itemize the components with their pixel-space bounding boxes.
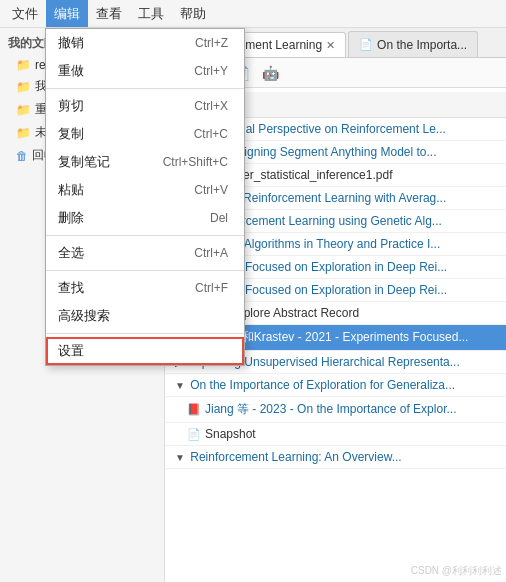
edit-dropdown-menu: 撤销 Ctrl+Z 重做 Ctrl+Y 剪切 Ctrl+X 复制 Ctrl+C … bbox=[45, 28, 245, 366]
paste-shortcut: Ctrl+V bbox=[194, 183, 228, 197]
find-label: 查找 bbox=[58, 279, 84, 297]
separator bbox=[46, 88, 244, 89]
dropdown-item-undo[interactable]: 撤销 Ctrl+Z bbox=[46, 29, 244, 57]
dropdown-item-copy[interactable]: 复制 Ctrl+C bbox=[46, 120, 244, 148]
dropdown-item-cut[interactable]: 剪切 Ctrl+X bbox=[46, 92, 244, 120]
tool-ai-btn[interactable]: 🤖 bbox=[258, 63, 283, 83]
delete-label: 删除 bbox=[58, 209, 84, 227]
settings-label: 设置 bbox=[58, 342, 84, 360]
menu-file[interactable]: 文件 bbox=[4, 0, 46, 27]
dropdown-item-delete[interactable]: 删除 Del bbox=[46, 204, 244, 232]
redo-label: 重做 bbox=[58, 62, 84, 80]
cut-label: 剪切 bbox=[58, 97, 84, 115]
undo-shortcut: Ctrl+Z bbox=[195, 36, 228, 50]
dropdown-item-advanced-search[interactable]: 高级搜索 bbox=[46, 302, 244, 330]
select-all-label: 全选 bbox=[58, 244, 84, 262]
expand-arrow-icon: ▼ bbox=[175, 380, 185, 391]
pdf-icon: 📕 bbox=[187, 403, 201, 416]
menu-edit[interactable]: 编辑 bbox=[46, 0, 88, 27]
menu-tools[interactable]: 工具 bbox=[130, 0, 172, 27]
list-item[interactable]: 📕 Jiang 等 - 2023 - On the Importance of … bbox=[165, 397, 506, 423]
paste-label: 粘贴 bbox=[58, 181, 84, 199]
tab-close-icon[interactable]: ✕ bbox=[326, 39, 335, 52]
menu-view[interactable]: 查看 bbox=[88, 0, 130, 27]
folder-icon: 📁 bbox=[16, 103, 31, 117]
dropdown-item-copy-note[interactable]: 复制笔记 Ctrl+Shift+C bbox=[46, 148, 244, 176]
folder-icon: 📁 bbox=[16, 80, 31, 94]
list-item[interactable]: ▼ Reinforcement Learning: An Overview... bbox=[165, 446, 506, 469]
delete-shortcut: Del bbox=[210, 211, 228, 225]
list-item[interactable]: 📄 Snapshot bbox=[165, 423, 506, 446]
separator bbox=[46, 270, 244, 271]
dropdown-item-select-all[interactable]: 全选 Ctrl+A bbox=[46, 239, 244, 267]
dropdown-item-find[interactable]: 查找 Ctrl+F bbox=[46, 274, 244, 302]
dropdown-item-paste[interactable]: 粘贴 Ctrl+V bbox=[46, 176, 244, 204]
dropdown-item-redo[interactable]: 重做 Ctrl+Y bbox=[46, 57, 244, 85]
menu-help[interactable]: 帮助 bbox=[172, 0, 214, 27]
dropdown-item-settings[interactable]: 设置 bbox=[46, 337, 244, 365]
separator bbox=[46, 333, 244, 334]
tab-on-importance[interactable]: 📄 On the Importa... bbox=[348, 31, 478, 57]
list-item[interactable]: ▼ On the Importance of Exploration for G… bbox=[165, 374, 506, 397]
tab-oi-icon: 📄 bbox=[359, 38, 373, 51]
menu-bar: 文件 编辑 查看 工具 帮助 bbox=[0, 0, 506, 28]
copy-shortcut: Ctrl+C bbox=[194, 127, 228, 141]
find-shortcut: Ctrl+F bbox=[195, 281, 228, 295]
advanced-search-label: 高级搜索 bbox=[58, 307, 110, 325]
folder-icon: 📁 bbox=[16, 126, 31, 140]
separator bbox=[46, 235, 244, 236]
watermark: CSDN @利利利利述 bbox=[411, 564, 502, 578]
expand-arrow-icon: ▼ bbox=[175, 452, 185, 463]
folder-icon: 📁 bbox=[16, 58, 31, 72]
cut-shortcut: Ctrl+X bbox=[194, 99, 228, 113]
copy-note-shortcut: Ctrl+Shift+C bbox=[163, 155, 228, 169]
select-all-shortcut: Ctrl+A bbox=[194, 246, 228, 260]
undo-label: 撤销 bbox=[58, 34, 84, 52]
snapshot-icon: 📄 bbox=[187, 428, 201, 441]
copy-note-label: 复制笔记 bbox=[58, 153, 110, 171]
trash-icon: 🗑 bbox=[16, 149, 28, 163]
redo-shortcut: Ctrl+Y bbox=[194, 64, 228, 78]
copy-label: 复制 bbox=[58, 125, 84, 143]
tab-label: On the Importa... bbox=[377, 38, 467, 52]
